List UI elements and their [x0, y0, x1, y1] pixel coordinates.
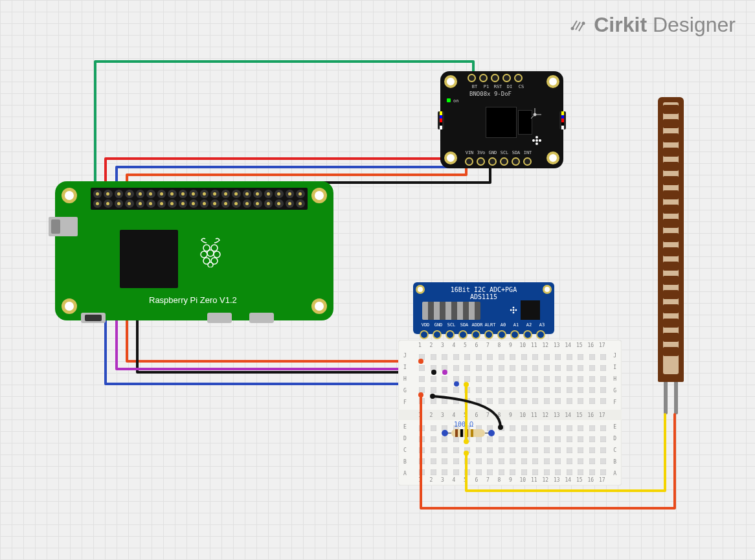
bb-tie-point[interactable] — [487, 436, 493, 442]
bb-tie-point[interactable] — [555, 447, 561, 453]
bb-tie-point[interactable] — [464, 458, 470, 464]
ads-pin-vdd[interactable] — [420, 330, 429, 339]
bb-tie-point[interactable] — [487, 354, 493, 360]
bb-tie-point[interactable] — [567, 365, 572, 371]
ads-pin-a2[interactable] — [523, 330, 532, 339]
bb-tie-point[interactable] — [600, 458, 606, 464]
bb-tie-point[interactable] — [487, 398, 493, 404]
ads-pin-a0[interactable] — [497, 330, 506, 339]
bno-pin-gnd[interactable] — [488, 157, 497, 166]
bb-tie-point[interactable] — [499, 447, 504, 453]
bb-tie-point[interactable] — [578, 398, 583, 404]
ads-pin-a1[interactable] — [510, 330, 519, 339]
bb-tie-point[interactable] — [521, 436, 527, 442]
bb-tie-point[interactable] — [476, 469, 482, 475]
bb-tie-point[interactable] — [567, 387, 572, 393]
bb-top-section[interactable] — [416, 352, 609, 407]
bb-tie-point[interactable] — [532, 376, 538, 382]
bb-tie-point[interactable] — [532, 365, 538, 371]
bb-tie-point[interactable] — [510, 458, 515, 464]
bb-tie-point[interactable] — [453, 398, 459, 404]
bb-tie-point[interactable] — [532, 458, 538, 464]
bb-tie-point[interactable] — [442, 458, 447, 464]
bb-tie-point[interactable] — [555, 376, 561, 382]
bb-tie-point[interactable] — [419, 425, 425, 431]
bb-tie-point[interactable] — [419, 469, 425, 475]
component-bno08x[interactable]: BTP1RSTDICS BNO08x 9-DoF on VIN3VoGNDSCL… — [440, 71, 563, 168]
bb-tie-point[interactable] — [510, 447, 515, 453]
bb-tie-point[interactable] — [510, 387, 515, 393]
bb-tie-point[interactable] — [453, 447, 459, 453]
bb-tie-point[interactable] — [499, 365, 504, 371]
bb-tie-point[interactable] — [453, 469, 459, 475]
bb-tie-point[interactable] — [419, 458, 425, 464]
bb-tie-point[interactable] — [567, 469, 572, 475]
bb-tie-point[interactable] — [578, 458, 583, 464]
bb-tie-point[interactable] — [521, 398, 527, 404]
bb-tie-point[interactable] — [578, 354, 583, 360]
bb-tie-point[interactable] — [510, 469, 515, 475]
bb-tie-point[interactable] — [442, 436, 447, 442]
bb-tie-point[interactable] — [600, 354, 606, 360]
bb-tie-point[interactable] — [555, 458, 561, 464]
bb-tie-point[interactable] — [600, 376, 606, 382]
bb-tie-point[interactable] — [578, 376, 583, 382]
bb-tie-point[interactable] — [578, 436, 583, 442]
bb-tie-point[interactable] — [431, 425, 436, 431]
rpi-gpio-pin[interactable] — [243, 199, 251, 208]
bb-tie-point[interactable] — [419, 447, 425, 453]
rpi-gpio-pin[interactable] — [200, 190, 208, 198]
rpi-gpio-pin[interactable] — [136, 199, 144, 208]
rpi-gpio-pin[interactable] — [200, 199, 208, 208]
bb-tie-point[interactable] — [476, 398, 482, 404]
bb-tie-point[interactable] — [476, 458, 482, 464]
bb-tie-point[interactable] — [589, 436, 595, 442]
rpi-gpio-pin[interactable] — [168, 199, 176, 208]
bno-pin-bt[interactable] — [468, 74, 476, 82]
bb-tie-point[interactable] — [521, 387, 527, 393]
bb-tie-point[interactable] — [431, 398, 436, 404]
rpi-gpio-pin[interactable] — [253, 199, 262, 208]
ads-pin-alrt[interactable] — [484, 330, 493, 339]
rpi-gpio-pin[interactable] — [253, 190, 262, 198]
rpi-gpio-pin[interactable] — [264, 199, 273, 208]
bb-tie-point[interactable] — [487, 469, 493, 475]
bb-tie-point[interactable] — [578, 365, 583, 371]
bb-tie-point[interactable] — [464, 398, 470, 404]
bno-top-pin-row[interactable] — [468, 74, 523, 82]
bb-tie-point[interactable] — [555, 398, 561, 404]
rpi-gpio-pin[interactable] — [104, 190, 112, 198]
rpi-gpio-pin[interactable] — [296, 199, 304, 208]
bb-tie-point[interactable] — [431, 436, 436, 442]
bb-tie-point[interactable] — [453, 365, 459, 371]
bb-tie-point[interactable] — [544, 365, 550, 371]
bb-tie-point[interactable] — [487, 447, 493, 453]
bb-tie-point[interactable] — [521, 458, 527, 464]
bb-tie-point[interactable] — [521, 447, 527, 453]
bno-pin-cs[interactable] — [514, 74, 523, 82]
bb-tie-point[interactable] — [476, 387, 482, 393]
bb-tie-point[interactable] — [544, 436, 550, 442]
bb-tie-point[interactable] — [499, 469, 504, 475]
bb-tie-point[interactable] — [431, 469, 436, 475]
bb-tie-point[interactable] — [442, 398, 447, 404]
bb-tie-point[interactable] — [589, 376, 595, 382]
rpi-gpio-pin[interactable] — [136, 190, 144, 198]
bb-tie-point[interactable] — [499, 458, 504, 464]
ads-pin-scl[interactable] — [445, 330, 455, 339]
flex-lead-2[interactable] — [674, 382, 678, 414]
flex-sensor-leads[interactable] — [664, 382, 678, 414]
rpi-gpio-pin[interactable] — [232, 190, 240, 198]
bb-tie-point[interactable] — [544, 354, 550, 360]
bb-tie-point[interactable] — [419, 365, 425, 371]
rpi-gpio-pin[interactable] — [286, 190, 294, 198]
bb-tie-point[interactable] — [453, 376, 459, 382]
ads-pin-sda[interactable] — [458, 330, 468, 339]
rpi-gpio-pin[interactable] — [179, 199, 187, 208]
bb-tie-point[interactable] — [555, 387, 561, 393]
rpi-gpio-pin[interactable] — [146, 190, 155, 198]
bb-tie-point[interactable] — [521, 354, 527, 360]
bb-tie-point[interactable] — [499, 398, 504, 404]
bb-tie-point[interactable] — [589, 425, 595, 431]
ads-pin-row[interactable] — [420, 330, 545, 339]
